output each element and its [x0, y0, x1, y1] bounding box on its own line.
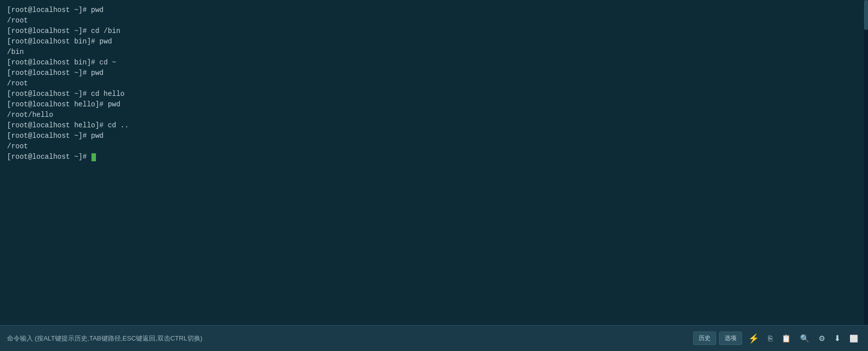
- command-text: [root@localhost ~]# pwd: [7, 131, 103, 141]
- terminal-line: [root@localhost ~]# pwd: [7, 68, 861, 78]
- command-text: [root@localhost ~]# cd hello: [7, 89, 124, 99]
- command-text: [root@localhost bin]# cd ~: [7, 57, 116, 68]
- terminal-line: [root@localhost hello]# pwd: [7, 99, 861, 110]
- terminal-line: /root: [7, 78, 861, 89]
- terminal-output[interactable]: [root@localhost ~]# pwd/root[root@localh…: [0, 0, 868, 325]
- terminal-line: [root@localhost ~]#: [7, 152, 861, 162]
- prompt-text: [root@localhost ~]#: [7, 152, 91, 162]
- terminal-line: [root@localhost ~]# cd hello: [7, 89, 861, 99]
- terminal-line: [root@localhost ~]# pwd: [7, 131, 861, 141]
- terminal-line: /root: [7, 141, 861, 152]
- bottom-buttons: 历史 选项 ⚡ ⎘ 📋 🔍 ⚙ ⬇ ⬜: [693, 331, 861, 346]
- bottom-toolbar: 命令输入 (按ALT键提示历史,TAB键路径,ESC键返回,双击CTRL切换) …: [0, 325, 868, 351]
- file-icon-button[interactable]: 📋: [779, 332, 794, 345]
- copy-icon-button[interactable]: ⎘: [765, 332, 776, 345]
- lightning-icon-button[interactable]: ⚡: [745, 331, 762, 346]
- terminal-line: [root@localhost bin]# cd ~: [7, 57, 861, 68]
- command-text: [root@localhost bin]# pwd: [7, 36, 112, 47]
- terminal-line: [root@localhost hello]# cd ..: [7, 120, 861, 131]
- command-text: [root@localhost ~]# pwd: [7, 68, 103, 78]
- terminal-line: /root: [7, 15, 861, 26]
- cursor: [91, 153, 96, 161]
- output-text: /root: [7, 141, 28, 152]
- command-text: [root@localhost hello]# pwd: [7, 99, 120, 110]
- terminal-line: /root/hello: [7, 110, 861, 120]
- output-text: /root: [7, 15, 28, 26]
- command-hint: 命令输入 (按ALT键提示历史,TAB键路径,ESC键返回,双击CTRL切换): [7, 334, 689, 343]
- settings-icon-button[interactable]: ⚙: [816, 332, 828, 345]
- download-icon-button[interactable]: ⬇: [831, 332, 844, 345]
- terminal-line: [root@localhost ~]# pwd: [7, 5, 861, 15]
- command-text: [root@localhost ~]# cd /bin: [7, 26, 120, 36]
- output-text: /bin: [7, 47, 24, 57]
- terminal-line: [root@localhost ~]# cd /bin: [7, 26, 861, 36]
- terminal-line: [root@localhost bin]# pwd: [7, 36, 861, 47]
- output-text: /root/hello: [7, 110, 53, 120]
- command-text: [root@localhost hello]# cd ..: [7, 120, 129, 131]
- maximize-icon-button[interactable]: ⬜: [847, 333, 861, 345]
- history-button[interactable]: 历史: [693, 332, 716, 345]
- options-button[interactable]: 选项: [719, 332, 742, 345]
- command-text: [root@localhost ~]# pwd: [7, 5, 103, 15]
- output-text: /root: [7, 78, 28, 89]
- terminal-line: /bin: [7, 47, 861, 57]
- search-icon-button[interactable]: 🔍: [797, 332, 813, 345]
